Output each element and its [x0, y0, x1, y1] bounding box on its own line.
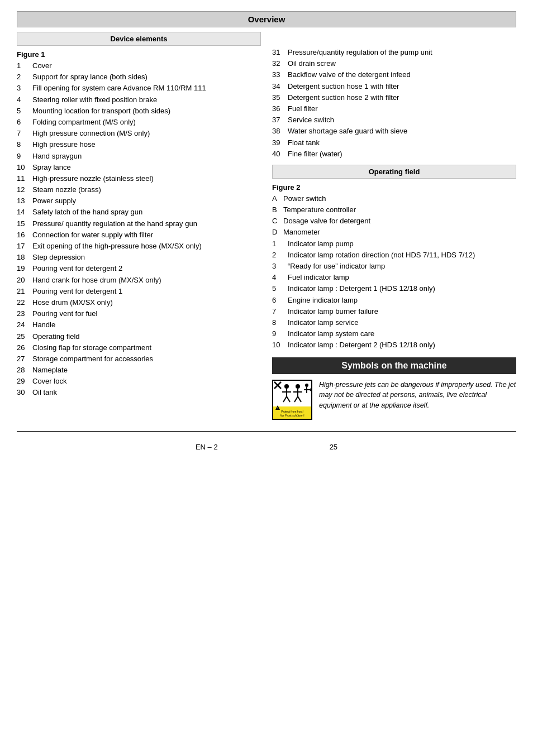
figure1-list: 1 Cover 2 Support for spray lance (both …	[17, 61, 261, 398]
item-label: Pressure/quantity regulation of the pump…	[288, 47, 516, 58]
item-label: Support for spray lance (both sides)	[32, 72, 261, 82]
list-item: 3 Fill opening for system care Advance R…	[17, 83, 261, 93]
svg-text:Vor Frost schützen!: Vor Frost schützen!	[280, 414, 304, 417]
item-num: 33	[272, 70, 288, 80]
item-label: High-pressure nozzle (stainless steel)	[32, 174, 261, 184]
svg-text:!: !	[277, 406, 278, 410]
list-item: 27 Storage compartment for accessories	[17, 354, 261, 364]
item-label: Detergent suction hose 2 with filter	[288, 93, 516, 103]
item-label: Connection for water supply with filter	[32, 230, 261, 240]
item-num: 36	[272, 104, 288, 114]
item-num: B	[272, 205, 283, 215]
item-num: 6	[272, 295, 288, 305]
item-num: 32	[272, 59, 288, 69]
item-label: Dosage valve for detergent	[283, 216, 516, 226]
list-item: 6 Folding compartment (M/S only)	[17, 117, 261, 127]
list-item: 26 Closing flap for storage compartment	[17, 343, 261, 353]
svg-point-12	[305, 384, 308, 387]
item-label: Fill opening for system care Advance RM …	[32, 83, 261, 93]
list-item: 8 Indicator lamp service	[272, 318, 516, 328]
item-num: 7	[17, 128, 32, 138]
figure2-list: A Power switch B Temperature controller …	[272, 194, 516, 351]
list-item: 4 Fuel indicator lamp	[272, 272, 516, 283]
list-item: 5 Indicator lamp : Detergent 1 (HDS 12/1…	[272, 284, 516, 294]
item-label: Mounting location for transport (both si…	[32, 106, 261, 116]
warning-svg-icon: Protect from frost! Vor Frost schützen! …	[273, 381, 311, 419]
item-num: 37	[272, 115, 288, 125]
item-label: Exit opening of the high-pressure hose (…	[32, 241, 261, 251]
item-num: 5	[272, 284, 288, 294]
operating-field-header: Operating field	[272, 165, 516, 179]
list-item: 23 Pouring vent for fuel	[17, 309, 261, 319]
item-label: High pressure connection (M/S only)	[32, 128, 261, 138]
item-label: Operating field	[32, 332, 261, 342]
list-item: 38 Water shortage safe guard with sieve	[272, 126, 516, 136]
item-label: Fuel indicator lamp	[288, 272, 516, 283]
svg-line-11	[298, 396, 301, 402]
list-item: 6 Engine indicator lamp	[272, 295, 516, 305]
item-num: 38	[272, 126, 288, 136]
list-item: 1 Cover	[17, 61, 261, 71]
item-label: Oil tank	[32, 387, 261, 398]
list-item: D Manometer	[272, 227, 516, 237]
list-item: 12 Steam nozzle (brass)	[17, 185, 261, 195]
item-num: 40	[272, 149, 288, 159]
symbols-title: Symbols on the machine	[272, 357, 516, 374]
item-num: 28	[17, 365, 32, 375]
item-label: Safety latch of the hand spray gun	[32, 207, 261, 217]
list-item: 33 Backflow valve of the detergent infee…	[272, 70, 516, 80]
items-31-40-list: 31 Pressure/quantity regulation of the p…	[272, 47, 516, 159]
svg-line-5	[283, 396, 287, 402]
item-label: Pouring vent for detergent 2	[32, 264, 261, 274]
list-item: 1 Indicator lamp pump	[272, 239, 516, 249]
item-label: Service switch	[288, 115, 516, 125]
item-num: 3	[272, 261, 288, 271]
list-item: 25 Operating field	[17, 332, 261, 342]
item-label: Hand crank for hose drum (MX/SX only)	[32, 275, 261, 285]
item-num: 12	[17, 185, 32, 195]
left-column: Device elements Figure 1 1 Cover 2 Suppo…	[17, 32, 261, 420]
item-label: Float tank	[288, 138, 516, 148]
item-label: Fuel filter	[288, 104, 516, 114]
list-item: 4 Steering roller with fixed position br…	[17, 95, 261, 105]
item-label: Backflow valve of the detergent infeed	[288, 70, 516, 80]
item-label: Power supply	[32, 196, 261, 206]
item-label: Cover lock	[32, 376, 261, 386]
item-num: 31	[272, 47, 288, 58]
item-label: “Ready for use” indicator lamp	[288, 261, 516, 271]
list-item: 10 Spray lance	[17, 162, 261, 173]
overview-header: Overview	[17, 11, 516, 27]
item-label: Manometer	[283, 227, 516, 237]
list-item: 8 High pressure hose	[17, 140, 261, 150]
item-num: 11	[17, 174, 32, 184]
item-num: 14	[17, 207, 32, 217]
item-num: 25	[17, 332, 32, 342]
item-num: 16	[17, 230, 32, 240]
list-item: 24 Handle	[17, 320, 261, 330]
svg-line-6	[287, 396, 290, 402]
list-item: 11 High-pressure nozzle (stainless steel…	[17, 174, 261, 184]
list-item: 9 Hand spraygun	[17, 151, 261, 161]
list-item: 39 Float tank	[272, 138, 516, 148]
list-item: 17 Exit opening of the high-pressure hos…	[17, 241, 261, 251]
list-item: 3 “Ready for use” indicator lamp	[272, 261, 516, 271]
item-label: Temperature controller	[283, 205, 516, 215]
item-label: Spray lance	[32, 162, 261, 173]
list-item: 15 Pressure/ quantity regulation at the …	[17, 219, 261, 229]
item-num: 35	[272, 93, 288, 103]
item-label: Closing flap for storage compartment	[32, 343, 261, 353]
item-label: Cover	[32, 61, 261, 71]
item-label: Steam nozzle (brass)	[32, 185, 261, 195]
item-label: Indicator lamp : Detergent 2 (HDS 12/18 …	[288, 340, 516, 350]
page-label: EN – 2	[196, 443, 218, 451]
item-label: Indicator lamp : Detergent 1 (HDS 12/18 …	[288, 284, 516, 294]
item-num: 9	[17, 151, 32, 161]
list-item: 18 Step depression	[17, 252, 261, 262]
symbol-entry: Protect from frost! Vor Frost schützen! …	[272, 380, 516, 420]
item-num: 18	[17, 252, 32, 262]
item-label: Indicator lamp burner failure	[288, 307, 516, 317]
item-num: 39	[272, 138, 288, 148]
item-label: Hose drum (MX/SX only)	[32, 298, 261, 308]
item-label: Indicator lamp rotation direction (not H…	[288, 250, 516, 260]
item-num: 6	[17, 117, 32, 127]
